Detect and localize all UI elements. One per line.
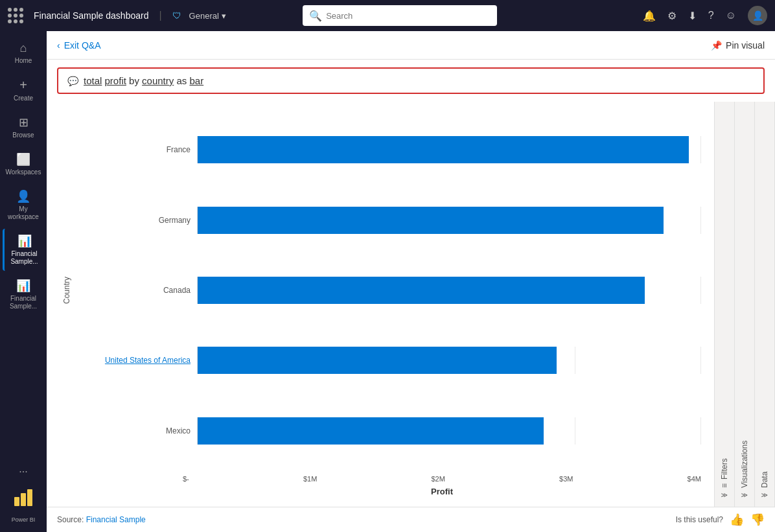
chart-container: Country France Germany xyxy=(47,102,775,507)
sidebar-label-financial-sample-1: Financial Sample... xyxy=(8,250,40,266)
sidebar-label-workspaces: Workspaces xyxy=(6,168,41,176)
sidebar-label-create: Create xyxy=(14,95,33,102)
more-label: ... xyxy=(19,463,27,475)
thumbs-up-icon[interactable]: 👍 xyxy=(730,513,744,527)
bar-label-mexico: Mexico xyxy=(74,426,191,435)
bar-track-usa xyxy=(197,347,701,374)
data-label: Data xyxy=(760,472,769,488)
nav-divider: | xyxy=(159,10,161,21)
settings-icon[interactable]: ⚙ xyxy=(667,10,677,22)
content-topbar: ‹ Exit Q&A 📌 Pin visual xyxy=(47,31,775,60)
my-workspace-icon: 👤 xyxy=(16,189,30,203)
financial-sample-2-icon: 📊 xyxy=(16,279,30,293)
sidebar-item-more[interactable]: ... xyxy=(3,457,44,480)
x-tick-4: $4M xyxy=(688,475,701,483)
sidebar: ⌂ Home + Create ⊞ Browse ⬜ Workspaces 👤 … xyxy=(0,31,47,532)
side-panels: ≪ ≡ Filters ≪ Visualizations ≪ Data xyxy=(714,102,775,507)
bar-row-germany: Germany xyxy=(74,201,701,240)
bar-track-germany xyxy=(197,207,701,234)
data-panel-tab[interactable]: ≪ Data xyxy=(755,102,775,507)
x-tick-0: $- xyxy=(183,475,189,483)
apps-grid-icon[interactable] xyxy=(8,8,23,23)
svg-rect-2 xyxy=(27,489,32,506)
filters-label: Filters xyxy=(720,458,729,480)
sidebar-item-financial-sample-1[interactable]: 📊 Financial Sample... xyxy=(3,229,44,271)
home-icon: ⌂ xyxy=(20,41,27,55)
general-dropdown[interactable]: General ▾ xyxy=(189,11,226,21)
chart-footer: Source: Financial Sample Is this useful?… xyxy=(47,507,775,532)
sidebar-item-workspaces[interactable]: ⬜ Workspaces xyxy=(3,147,44,181)
sidebar-label-home: Home xyxy=(15,57,32,65)
avatar[interactable]: 👤 xyxy=(748,6,767,25)
exit-qa-button[interactable]: ‹ Exit Q&A xyxy=(57,40,100,51)
sidebar-item-browse[interactable]: ⊞ Browse xyxy=(3,110,44,145)
top-navigation: Financial Sample dashboard | 🛡 General ▾… xyxy=(0,0,775,31)
browse-icon: ⊞ xyxy=(19,115,29,130)
pin-visual-button[interactable]: 📌 Pin visual xyxy=(711,40,765,51)
nav-icons: 🔔 ⚙ ⬇ ? ☺ 👤 xyxy=(643,6,767,25)
bar-row-canada: Canada xyxy=(74,271,701,310)
search-input[interactable] xyxy=(326,11,491,21)
search-icon: 🔍 xyxy=(309,10,322,22)
bar-track-france xyxy=(197,136,701,163)
sidebar-item-financial-sample-2[interactable]: 📊 Financial Sample... xyxy=(3,273,44,316)
general-label: General xyxy=(189,11,219,21)
bar-row-mexico: Mexico xyxy=(74,411,701,450)
feedback-area: Is this useful? 👍 👎 xyxy=(676,513,765,527)
x-tick-2: $2M xyxy=(431,475,445,483)
sidebar-label-my-workspace: My workspace xyxy=(6,205,40,221)
bar-fill-france xyxy=(198,136,689,163)
powerbi-logo xyxy=(13,488,34,509)
chart-body: France Germany xyxy=(74,108,701,472)
chart-main: Country France Germany xyxy=(47,102,714,507)
filters-panel-tab[interactable]: ≪ ≡ Filters xyxy=(715,102,735,507)
bar-fill-germany xyxy=(198,207,664,234)
content-area: ‹ Exit Q&A 📌 Pin visual 💬 total profit b… xyxy=(47,31,775,532)
qa-query-text: total profit by country as bar xyxy=(84,75,203,86)
sidebar-item-create[interactable]: + Create xyxy=(3,73,44,108)
chevron-left-filters-icon: ≪ xyxy=(721,492,728,499)
bar-row-usa: United States of America xyxy=(74,341,701,380)
qa-word-total: total xyxy=(84,75,102,86)
x-axis-title: Profit xyxy=(183,487,701,496)
qa-input-box[interactable]: 💬 total profit by country as bar xyxy=(57,67,765,94)
bar-track-canada xyxy=(197,277,701,304)
x-axis-ticks: $- $1M $2M $3M $4M xyxy=(183,475,701,483)
qa-word-bar: bar xyxy=(189,75,203,86)
chevron-down-icon: ▾ xyxy=(222,11,226,21)
thumbs-down-icon[interactable]: 👎 xyxy=(750,513,765,527)
back-icon: ‹ xyxy=(57,40,60,51)
pin-icon: 📌 xyxy=(711,40,722,51)
pin-visual-label: Pin visual xyxy=(726,40,765,51)
exit-qa-label: Exit Q&A xyxy=(64,40,101,51)
sidebar-label-financial-sample-2: Financial Sample... xyxy=(6,295,40,310)
y-axis-label: Country xyxy=(60,108,74,472)
help-icon[interactable]: ? xyxy=(708,10,714,21)
sidebar-item-my-workspace[interactable]: 👤 My workspace xyxy=(3,184,44,226)
download-icon[interactable]: ⬇ xyxy=(688,10,697,22)
main-layout: ⌂ Home + Create ⊞ Browse ⬜ Workspaces 👤 … xyxy=(0,31,775,532)
create-icon: + xyxy=(19,78,27,93)
chevron-left-viz-icon: ≪ xyxy=(741,492,748,499)
source-prefix: Source: xyxy=(57,515,86,524)
bar-fill-mexico xyxy=(198,417,544,445)
app-title: Financial Sample dashboard xyxy=(34,10,148,21)
financial-sample-1-icon: 📊 xyxy=(17,234,32,248)
source-link[interactable]: Financial Sample xyxy=(86,515,146,524)
visualizations-panel-tab[interactable]: ≪ Visualizations xyxy=(735,102,755,507)
filters-icon: ≡ xyxy=(720,483,729,488)
bar-label-canada: Canada xyxy=(74,286,191,295)
sidebar-item-home[interactable]: ⌂ Home xyxy=(3,36,44,70)
bar-label-usa: United States of America xyxy=(74,356,191,365)
notification-icon[interactable]: 🔔 xyxy=(643,10,656,22)
bar-fill-usa xyxy=(198,347,557,374)
feedback-icon[interactable]: ☺ xyxy=(726,10,736,21)
visualizations-label: Visualizations xyxy=(740,441,749,488)
x-tick-1: $1M xyxy=(303,475,317,483)
bar-row-france: France xyxy=(74,130,701,169)
svg-rect-0 xyxy=(14,497,19,506)
feedback-label: Is this useful? xyxy=(676,515,723,524)
search-bar[interactable]: 🔍 xyxy=(303,5,497,26)
svg-rect-1 xyxy=(21,493,26,506)
qa-word-country: country xyxy=(142,75,174,86)
